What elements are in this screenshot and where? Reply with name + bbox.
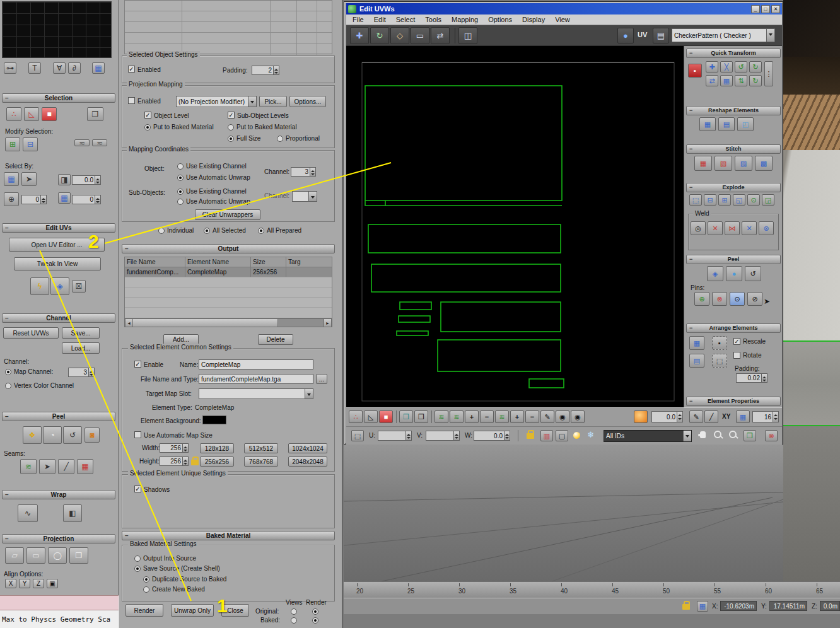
rotate-checkbox[interactable] [733, 352, 740, 359]
peel-mode-icon[interactable]: ❖ [23, 426, 42, 444]
original-render-radio[interactable] [312, 608, 318, 615]
paint-shrink-icon[interactable]: − [525, 410, 539, 423]
menu-options[interactable]: Options [488, 16, 512, 23]
scroll-left-button[interactable]: ◄ [125, 319, 133, 327]
peel-header[interactable]: Peel [686, 255, 781, 264]
output-table[interactable]: File Name Element Name Size Targ fundame… [124, 257, 332, 318]
size-1024-button[interactable]: 1024x1024 [288, 443, 327, 453]
cylindrical-map-icon[interactable]: ▭ [26, 547, 45, 564]
output-rollout-header[interactable]: Output [122, 244, 335, 253]
checker-pattern-dropdown[interactable]: CheckerPattern ( Checker ) [672, 28, 775, 42]
relax-icon[interactable]: ◰ [737, 117, 754, 131]
sub-channel-dropdown[interactable] [292, 191, 317, 202]
align-pivot-icon[interactable]: ↻ [749, 75, 762, 86]
weld-selected-icon[interactable]: ✕ [708, 221, 723, 235]
duplicate-source-radio[interactable] [143, 576, 149, 583]
x-coord-field[interactable]: -10.6203m [720, 601, 757, 611]
select-by-element-icon[interactable]: ▦ [4, 172, 19, 186]
spline-map-icon[interactable]: ∿ [18, 504, 38, 522]
load-button[interactable]: Load... [62, 342, 100, 354]
falloff-space-icon[interactable] [634, 410, 648, 423]
stitch-header[interactable]: Stitch [686, 144, 781, 154]
rescale-checkbox[interactable] [733, 338, 740, 345]
box-map-icon[interactable]: ❒ [69, 547, 88, 564]
paint-grow-icon[interactable]: + [510, 410, 524, 423]
quick-planar-map-icon[interactable]: ϟ [30, 277, 49, 295]
shrink-uv-icon[interactable]: − [480, 410, 494, 423]
move-tool-icon[interactable]: ✚ [350, 27, 369, 44]
col-size[interactable]: Size [251, 257, 286, 267]
smoothing-spinner[interactable]: 0 [72, 195, 101, 204]
select-by-pick-icon[interactable]: ➤ [21, 172, 37, 186]
select-by-smoothing-icon[interactable]: ▦ [58, 192, 71, 204]
align-vertical-icon[interactable]: ╳ [720, 61, 733, 73]
u-spinner[interactable] [378, 431, 412, 441]
peel-undo-icon[interactable]: ↺ [63, 426, 82, 444]
minimize-button[interactable]: _ [751, 5, 760, 13]
scroll-right-button[interactable]: ► [324, 319, 332, 327]
projection-modifier-dropdown[interactable]: (No Projection Modifier) [176, 96, 257, 107]
quick-peel-icon[interactable]: ◈ [50, 277, 69, 295]
maximize-button[interactable]: □ [761, 5, 770, 13]
sub-use-automatic-radio[interactable] [177, 199, 184, 205]
filter-selected-faces-icon[interactable]: ▥ [540, 430, 553, 441]
grow-selection-icon[interactable]: ⊞ [5, 137, 20, 151]
pattern-page-icon[interactable]: ▤ [653, 28, 669, 44]
reset-pivot-icon[interactable]: ▪ [688, 64, 702, 78]
file-name-input[interactable]: fundamentCompleteMap.tga [199, 374, 313, 384]
explode-split-icon[interactable]: ⊞ [718, 194, 731, 206]
explode-header[interactable]: Explode [686, 183, 781, 192]
z-coord-field[interactable]: 0.0m [820, 601, 840, 611]
sub-use-existing-radio[interactable] [177, 189, 184, 195]
align-y-button[interactable]: Y [19, 579, 30, 588]
weld-threshold-icon[interactable]: ⊗ [759, 221, 774, 235]
stitch-average-icon[interactable]: ▨ [735, 156, 752, 171]
soft-falloff-icon[interactable]: ≋ [450, 410, 464, 423]
relax-until-flat-icon[interactable]: ▤ [718, 117, 735, 131]
sub-object-levels-checkbox[interactable] [228, 112, 235, 119]
uv-canvas[interactable] [346, 46, 684, 407]
planar-angle-icon[interactable]: ◨ [58, 174, 71, 185]
create-new-baked-radio[interactable] [143, 586, 149, 593]
grid-snap-icon[interactable]: ▦ [736, 410, 750, 423]
edit-falloff-icon[interactable]: ✎ [689, 410, 703, 423]
maxscript-mini-listener-pink[interactable] [0, 595, 119, 610]
full-size-radio[interactable] [228, 136, 234, 142]
channel-rollout-header[interactable]: Channel [2, 313, 115, 323]
enable-checkbox[interactable] [134, 361, 141, 368]
align-to-edge-icon[interactable]: ⇄ [706, 75, 718, 86]
width-spinner[interactable]: 256 [160, 443, 189, 453]
projection-enabled-checkbox[interactable] [128, 97, 135, 104]
explode-flatten-icon[interactable]: ⬚ [689, 194, 702, 206]
mc-channel-spinner[interactable]: 3 [291, 167, 316, 177]
selection-lock-icon[interactable] [682, 604, 690, 610]
reshape-elements-header[interactable]: Reshape Elements [686, 106, 781, 115]
projection-rollout-header[interactable]: Projection [2, 534, 115, 544]
maxscript-mini-listener[interactable]: Max to Physcs Geometry Sca [0, 610, 119, 628]
y-coord-field[interactable]: 17.14511m [769, 601, 807, 611]
put-to-baked-radio-2[interactable] [228, 124, 234, 131]
weld-target-icon[interactable]: ◎ [691, 221, 706, 235]
planar-map-icon[interactable]: ▱ [5, 547, 24, 564]
menu-view[interactable]: View [555, 16, 570, 23]
menu-select[interactable]: Select [396, 16, 416, 23]
size-512-button[interactable]: 512x512 [244, 443, 278, 453]
rotate-ccw-icon[interactable]: ↺ [735, 61, 747, 73]
pin-stack-icon[interactable]: ⊶ [4, 62, 16, 74]
lock-selection-icon[interactable] [527, 433, 534, 439]
stitch-custom-icon[interactable]: ▦ [694, 156, 712, 171]
falloff-slash-icon[interactable]: ╱ [704, 410, 718, 423]
size-768-button[interactable]: 768x768 [244, 456, 278, 467]
mirror-tool-icon[interactable]: ⇄ [431, 27, 450, 44]
space-horizontal-icon[interactable]: ▦ [720, 75, 733, 86]
uv-space-label[interactable]: UV [638, 31, 647, 38]
show-map-icon[interactable]: ◫ [458, 27, 477, 44]
grow-uv-icon[interactable]: + [465, 410, 479, 423]
explode-detach-icon[interactable]: ◱ [733, 194, 745, 206]
edit-seams-icon[interactable]: ≋ [20, 459, 37, 474]
object-level-checkbox[interactable] [144, 112, 151, 119]
spherical-map-icon[interactable]: ◯ [48, 547, 67, 564]
reset-uvws-button[interactable]: Reset UVWs [3, 327, 59, 339]
expand-to-seams-icon[interactable]: ▦ [77, 459, 93, 474]
zoom-region-icon[interactable] [728, 430, 738, 440]
